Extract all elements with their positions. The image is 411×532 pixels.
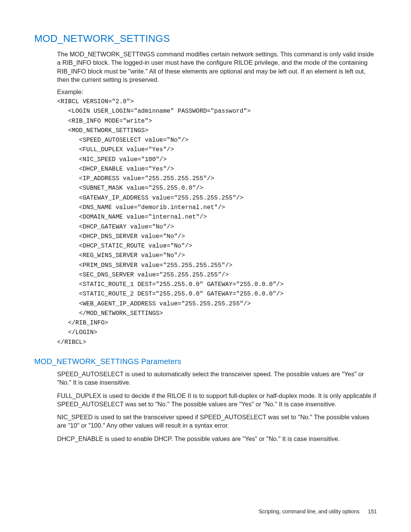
params-block: SPEED_AUTOSELECT is used to automaticall… — [57, 370, 377, 443]
subsection-title: MOD_NETWORK_SETTINGS Parameters — [34, 357, 377, 366]
param-speed-autoselect: SPEED_AUTOSELECT is used to automaticall… — [57, 370, 377, 387]
intro-block: The MOD_NETWORK_SETTINGS command modifie… — [57, 50, 377, 347]
footer-text: Scripting, command line, and utility opt… — [258, 508, 359, 514]
param-dhcp-enable: DHCP_ENABLE is used to enable DHCP. The … — [57, 435, 377, 443]
section-title: MOD_NETWORK_SETTINGS — [34, 33, 377, 45]
param-nic-speed: NIC_SPEED is used to set the transceiver… — [57, 413, 377, 430]
page: MOD_NETWORK_SETTINGS The MOD_NETWORK_SET… — [0, 0, 411, 532]
page-number: 151 — [368, 508, 377, 514]
page-footer: Scripting, command line, and utility opt… — [258, 508, 377, 514]
example-label: Example: — [57, 88, 377, 96]
code-block: <RIBCL VERSION="2.0"> <LOGIN USER_LOGIN=… — [57, 97, 377, 347]
param-full-duplex: FULL_DUPLEX is used to decide if the RIL… — [57, 391, 377, 409]
intro-paragraph: The MOD_NETWORK_SETTINGS command modifie… — [57, 50, 377, 84]
